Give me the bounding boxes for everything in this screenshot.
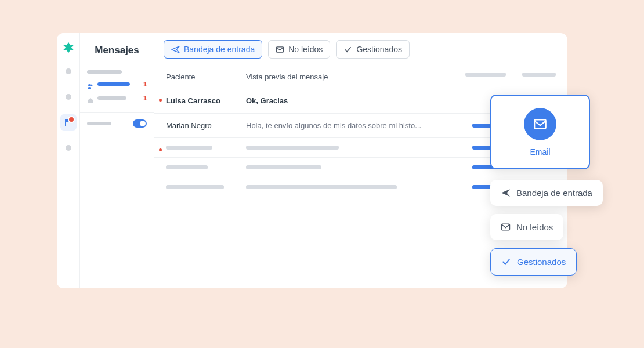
popover-inbox[interactable]: Bandeja de entrada: [490, 180, 603, 206]
row-2-preview: Hola, te envío algunos de mis datos sobr…: [246, 121, 472, 130]
tab-managed-label: Gestionados: [356, 45, 402, 54]
check-icon: [343, 45, 352, 54]
unread-dot-icon: [159, 99, 162, 102]
rail-item-2[interactable]: [60, 89, 77, 105]
sidebar-toggle-row: [80, 119, 154, 128]
sidebar: Mensajes 1 1: [80, 33, 154, 288]
popover-unread-label: No leídos: [516, 222, 553, 232]
rail-item-messages[interactable]: [60, 114, 77, 130]
sidebar-count-1: 1: [143, 81, 147, 88]
email-label: Email: [530, 147, 550, 157]
email-circle-icon: [524, 108, 556, 140]
tab-managed[interactable]: Gestionados: [336, 40, 410, 59]
email-card[interactable]: Email: [490, 95, 590, 169]
people-icon: [87, 81, 94, 87]
tab-inbox[interactable]: Bandeja de entrada: [164, 40, 262, 59]
popover-managed-label: Gestionados: [517, 257, 566, 267]
sidebar-item-1[interactable]: [80, 67, 154, 77]
col-placeholder-2: [522, 72, 556, 77]
tab-inbox-label: Bandeja de entrada: [184, 45, 255, 54]
col-patient: Paciente: [166, 72, 246, 81]
toggle-switch[interactable]: [133, 119, 147, 128]
popover-managed[interactable]: Gestionados: [490, 248, 577, 276]
svg-rect-3: [534, 119, 546, 128]
tab-unread-label: No leídos: [288, 45, 323, 54]
tab-bar: Bandeja de entrada No leídos Gestionados: [154, 33, 567, 66]
flag-icon: [64, 118, 73, 127]
sidebar-title: Mensajes: [80, 33, 154, 67]
sidebar-item-3[interactable]: 1: [80, 91, 154, 105]
row-1-patient: Luisa Carrasco: [166, 96, 246, 105]
rail-item-4[interactable]: [60, 140, 77, 156]
svg-point-0: [88, 84, 91, 86]
mail-icon: [276, 45, 284, 54]
mail-icon: [501, 222, 511, 232]
sidebar-count-2: 1: [143, 95, 147, 102]
send-icon: [501, 188, 511, 198]
tab-unread[interactable]: No leídos: [268, 40, 330, 59]
notification-badge: [68, 116, 75, 123]
row-1-preview: Ok, Gracias: [246, 96, 508, 105]
popover-unread[interactable]: No leídos: [490, 214, 563, 240]
col-placeholder-1: [465, 72, 506, 77]
popover-inbox-label: Bandeja de entrada: [516, 188, 592, 198]
rail-item-1[interactable]: [60, 63, 77, 79]
col-preview: Vista previa del mensaje: [246, 72, 465, 81]
send-icon: [171, 45, 180, 54]
logo-icon: [62, 41, 75, 54]
house-icon: [87, 95, 94, 101]
nav-rail: [57, 33, 80, 288]
svg-point-1: [91, 85, 93, 86]
check-icon: [501, 257, 511, 267]
unread-dot-icon: [159, 148, 162, 151]
column-headers: Paciente Vista previa del mensaje: [154, 66, 567, 88]
sidebar-item-2[interactable]: 1: [80, 77, 154, 91]
row-2-patient: Marian Negro: [166, 121, 246, 130]
